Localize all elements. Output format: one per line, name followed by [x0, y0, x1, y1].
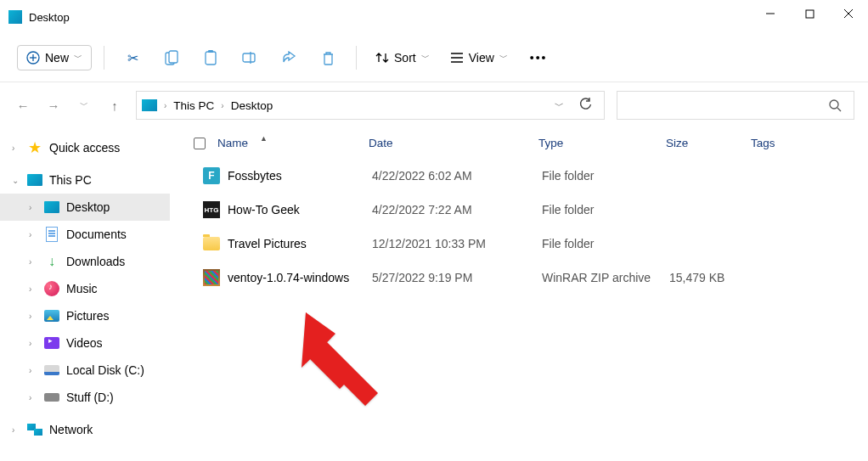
pictures-icon [44, 310, 59, 322]
chevron-right-icon: › [161, 101, 170, 110]
scissors-icon: ✂ [127, 50, 138, 66]
app-folder-icon: F [203, 167, 220, 184]
sidebar-label: Quick access [49, 141, 120, 155]
sidebar-item-stuff-d[interactable]: › Stuff (D:) [0, 384, 170, 411]
paste-button[interactable] [194, 44, 227, 71]
sort-label: Sort [394, 51, 416, 65]
maximize-icon [805, 9, 814, 19]
chevron-down-icon: ﹀ [499, 52, 508, 64]
file-row[interactable]: HTG How-To Geek 4/22/2022 7:22 AM File f… [170, 193, 868, 227]
sidebar-item-this-pc[interactable]: ⌄ This PC [0, 166, 170, 194]
search-box[interactable] [617, 91, 854, 120]
file-row[interactable]: Travel Pictures 12/12/2021 10:33 PM File… [170, 227, 868, 261]
back-button[interactable]: ← [14, 96, 32, 115]
refresh-button[interactable] [579, 98, 592, 113]
separator [104, 46, 104, 70]
cut-button[interactable]: ✂ [116, 44, 149, 71]
file-name: Travel Pictures [228, 237, 372, 250]
window-title: Desktop [29, 11, 70, 24]
file-row[interactable]: F Fossbytes 4/22/2022 6:02 AM File folde… [170, 159, 868, 193]
sidebar-label: Desktop [66, 200, 110, 214]
up-button[interactable]: ↑ [105, 96, 124, 115]
file-row[interactable]: ventoy-1.0.74-windows 5/27/2022 9:19 PM … [170, 261, 868, 295]
sort-icon [375, 51, 389, 65]
column-type[interactable]: Type [538, 137, 666, 149]
sidebar-label: This PC [49, 173, 92, 187]
chevron-right-icon: › [29, 257, 37, 267]
delete-button[interactable] [312, 44, 344, 71]
chevron-down-icon: ⌄ [12, 176, 20, 185]
sidebar-item-documents[interactable]: › Documents [0, 221, 170, 248]
chevron-right-icon: › [29, 284, 37, 294]
toolbar: New ﹀ ✂ Sort ﹀ View ﹀ ••• [0, 34, 868, 82]
file-list: Name ▲ Date Type Size Tags F Fossbytes 4… [170, 128, 868, 461]
close-icon [843, 8, 854, 19]
file-date: 5/27/2022 9:19 PM [372, 271, 542, 284]
breadcrumb-current[interactable]: Desktop [228, 99, 277, 112]
close-button[interactable] [829, 0, 868, 27]
column-tags[interactable]: Tags [751, 137, 782, 149]
file-type: File folder [542, 203, 669, 216]
separator [356, 46, 357, 70]
sidebar-item-quick-access[interactable]: › ★ Quick access [0, 134, 170, 161]
column-label: Tags [751, 137, 775, 149]
chevron-right-icon: › [12, 143, 20, 153]
pc-icon [27, 174, 42, 186]
main: › ★ Quick access ⌄ This PC › Desktop › D… [0, 128, 868, 461]
rename-icon [242, 51, 257, 65]
column-date[interactable]: Date [369, 137, 538, 149]
file-type: File folder [542, 237, 669, 250]
sidebar-label: Pictures [66, 309, 110, 323]
sidebar-label: Downloads [66, 255, 125, 268]
maximize-button[interactable] [790, 0, 829, 27]
new-button[interactable]: New ﹀ [17, 45, 92, 70]
recent-dropdown[interactable]: ﹀ [75, 96, 93, 115]
file-type: File folder [542, 169, 669, 183]
archive-icon [203, 269, 220, 286]
sidebar-item-pictures[interactable]: › Pictures [0, 302, 170, 329]
breadcrumb-root[interactable]: This PC [170, 99, 217, 112]
arrow-left-icon: ← [17, 98, 30, 113]
sidebar-label: Music [66, 282, 98, 295]
sidebar-item-desktop[interactable]: › Desktop [0, 194, 170, 221]
svg-line-17 [837, 108, 841, 111]
sidebar-label: Stuff (D:) [66, 391, 114, 404]
list-icon [450, 52, 464, 64]
column-name[interactable]: Name ▲ [217, 137, 369, 149]
paste-icon [204, 50, 217, 65]
address-bar[interactable]: › This PC › Desktop ﹀ [136, 91, 605, 120]
column-label: Type [538, 137, 563, 149]
forward-button[interactable]: → [44, 96, 63, 115]
titlebar: Desktop [0, 0, 868, 34]
column-label: Size [666, 137, 688, 149]
chevron-right-icon: › [217, 101, 227, 110]
star-icon: ★ [27, 140, 42, 155]
window-controls [751, 0, 868, 27]
view-button[interactable]: View ﹀ [443, 46, 515, 70]
app-icon [8, 10, 22, 24]
share-button[interactable] [273, 44, 305, 71]
svg-rect-8 [169, 51, 178, 63]
sort-button[interactable]: Sort ﹀ [369, 46, 437, 70]
chevron-right-icon: › [12, 425, 20, 435]
copy-button[interactable] [155, 44, 188, 71]
rename-button[interactable] [234, 44, 266, 71]
file-date: 12/12/2021 10:33 PM [372, 237, 542, 250]
minimize-button[interactable] [751, 0, 790, 27]
sidebar-item-videos[interactable]: › Videos [0, 329, 170, 357]
svg-rect-1 [806, 10, 814, 18]
sidebar-item-local-disk-c[interactable]: › Local Disk (C:) [0, 357, 170, 384]
svg-point-16 [830, 100, 838, 109]
chevron-down-icon[interactable]: ﹀ [555, 99, 564, 112]
more-button[interactable]: ••• [521, 46, 556, 70]
file-name: Fossbytes [228, 169, 372, 183]
sidebar-item-network[interactable]: › Network [0, 416, 170, 443]
select-all-checkbox[interactable] [194, 138, 206, 149]
sidebar-item-music[interactable]: › Music [0, 275, 170, 302]
plus-icon [26, 51, 40, 65]
trash-icon [322, 51, 335, 65]
file-size: 15,479 KB [669, 271, 754, 284]
location-icon [142, 99, 157, 111]
sidebar-item-downloads[interactable]: › ↓ Downloads [0, 248, 170, 275]
column-size[interactable]: Size [666, 137, 751, 149]
